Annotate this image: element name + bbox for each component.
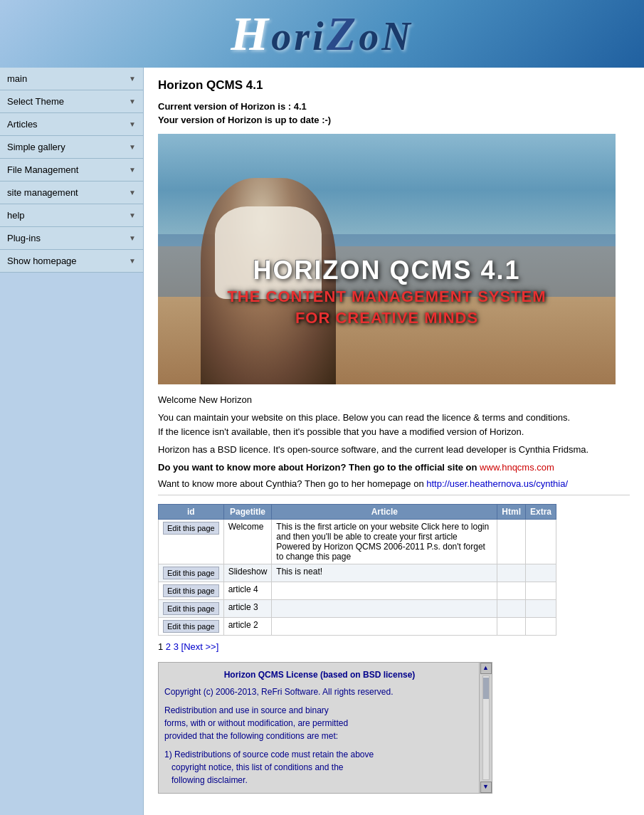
hero-image: HORIZON QCMS 4.1 THE CONTENT MANAGEMENT … — [158, 134, 616, 384]
table-row: Edit this page article 4 — [159, 582, 556, 600]
logo-on: oN — [359, 14, 413, 58]
license-para-3: 1) Redistributions of source code must r… — [164, 748, 475, 787]
articles-table: id Pagetitle Article Html Extra Edit thi… — [158, 504, 556, 636]
cell-article: This is neat! — [272, 564, 497, 582]
sidebar-label-simple-gallery: Simple gallery — [7, 142, 65, 152]
col-article: Article — [272, 505, 497, 520]
sidebar-item-file-management[interactable]: File Management ▼ — [0, 159, 143, 182]
license-box: Horizon QCMS License (based on BSD licen… — [158, 662, 492, 794]
page-2-link[interactable]: 2 — [166, 641, 171, 652]
sidebar-item-site-management[interactable]: site management ▼ — [0, 182, 143, 204]
edit-button[interactable]: Edit this page — [163, 584, 219, 597]
edit-button[interactable]: Edit this page — [163, 567, 219, 579]
divider — [158, 495, 630, 495]
link-section-2: Want to know more about Cynthia? Then go… — [158, 478, 630, 489]
sidebar-item-articles[interactable]: Articles ▼ — [0, 113, 143, 136]
cell-extra — [525, 520, 556, 564]
col-extra: Extra — [525, 505, 556, 520]
edit-button[interactable]: Edit this page — [163, 620, 219, 633]
sidebar-label-main: main — [7, 73, 27, 84]
cell-html — [497, 520, 526, 564]
table-row: Edit this page Slideshow This is neat! — [159, 564, 556, 582]
logo-z: Z — [327, 6, 359, 61]
cell-html — [497, 600, 526, 618]
cell-extra — [525, 582, 556, 600]
cell-html — [497, 618, 526, 636]
cell-pagetitle: Slideshow — [223, 564, 272, 582]
license-para-2: Redistribution and use in source and bin… — [164, 704, 475, 742]
table-row: Edit this page article 2 — [159, 618, 556, 636]
chevron-down-icon: ▼ — [129, 143, 136, 151]
sidebar-item-show-homepage[interactable]: Show homepage ▼ — [0, 250, 143, 273]
sidebar-label-site-management: site management — [7, 187, 78, 198]
logo-orizon: ori — [271, 14, 326, 58]
sidebar: main ▼ Select Theme ▼ Articles ▼ Simple … — [0, 68, 144, 815]
license-title: Horizon QCMS License (based on BSD licen… — [164, 668, 475, 681]
sidebar-label-articles: Articles — [7, 119, 38, 130]
cell-extra — [525, 564, 556, 582]
page-next-link[interactable]: [Next >>] — [181, 641, 219, 652]
cell-pagetitle: article 4 — [223, 582, 272, 600]
col-html: Html — [497, 505, 526, 520]
cell-article: This is the first article on your websit… — [272, 520, 497, 564]
table-row: Edit this page article 3 — [159, 600, 556, 618]
sidebar-item-select-theme[interactable]: Select Theme ▼ — [0, 90, 143, 113]
cell-id: Edit this page — [159, 618, 224, 636]
sidebar-item-main[interactable]: main ▼ — [0, 68, 143, 90]
hero-subtitle-line1: THE CONTENT MANAGEMENT SYSTEM — [158, 288, 616, 306]
col-pagetitle: Pagetitle — [223, 505, 272, 520]
edit-button[interactable]: Edit this page — [163, 522, 219, 535]
cell-extra — [525, 600, 556, 618]
edit-button[interactable]: Edit this page — [163, 602, 219, 615]
hnqcms-link[interactable]: www.hnqcms.com — [480, 462, 554, 473]
sidebar-label-file-management: File Management — [7, 164, 78, 175]
cell-pagetitle: Welcome — [223, 520, 272, 564]
cell-html — [497, 582, 526, 600]
site-logo: HoriZoN — [231, 6, 413, 62]
license-para-1: Copyright (c) 2006-2013, ReFri Software.… — [164, 685, 475, 698]
hero-title: HORIZON QCMS 4.1 — [158, 256, 616, 285]
cell-extra — [525, 618, 556, 636]
chevron-down-icon: ▼ — [129, 75, 136, 83]
welcome-heading: Welcome New Horizon — [158, 394, 630, 405]
cell-id: Edit this page — [159, 520, 224, 564]
page-title: Horizon QCMS 4.1 — [158, 78, 630, 93]
chevron-down-icon: ▼ — [129, 120, 136, 128]
chevron-down-icon: ▼ — [129, 189, 136, 196]
hero-subtitle-line2: FOR CREATIVE MINDS — [158, 309, 616, 327]
sidebar-item-plug-ins[interactable]: Plug-ins ▼ — [0, 227, 143, 250]
cynthia-link[interactable]: http://user.heathernova.us/cynthia/ — [426, 478, 568, 489]
sidebar-item-simple-gallery[interactable]: Simple gallery ▼ — [0, 136, 143, 159]
page-layout: main ▼ Select Theme ▼ Articles ▼ Simple … — [0, 68, 644, 815]
cell-id: Edit this page — [159, 564, 224, 582]
chevron-down-icon: ▼ — [129, 98, 136, 105]
page-current: 1 — [158, 641, 166, 652]
chevron-down-icon: ▼ — [129, 211, 136, 219]
link-section-1-prefix: Do you want to know more about Horizon? … — [158, 462, 480, 473]
cell-pagetitle: article 2 — [223, 618, 272, 636]
cell-article — [272, 618, 497, 636]
cell-html — [497, 564, 526, 582]
scroll-thumb[interactable] — [483, 678, 489, 699]
chevron-down-icon: ▼ — [129, 234, 136, 242]
license-scrollbar: ▲ ▼ — [479, 663, 492, 793]
scroll-up-button[interactable]: ▲ — [480, 663, 492, 674]
chevron-down-icon: ▼ — [129, 257, 136, 265]
sidebar-label-plug-ins: Plug-ins — [7, 233, 41, 243]
sidebar-item-help[interactable]: help ▼ — [0, 204, 143, 227]
cell-pagetitle: article 3 — [223, 600, 272, 618]
col-id: id — [159, 505, 224, 520]
hero-text-overlay: HORIZON QCMS 4.1 THE CONTENT MANAGEMENT … — [158, 256, 616, 327]
scroll-track — [482, 675, 490, 780]
scroll-down-button[interactable]: ▼ — [480, 782, 492, 793]
page-3-link[interactable]: 3 — [174, 641, 179, 652]
sidebar-label-select-theme: Select Theme — [7, 96, 64, 107]
sidebar-label-show-homepage: Show homepage — [7, 256, 77, 266]
version-label: Current version of Horizon is : 4.1 — [158, 101, 307, 112]
sidebar-label-help: help — [7, 210, 25, 221]
cell-article — [272, 582, 497, 600]
version-info: Current version of Horizon is : 4.1 — [158, 101, 630, 112]
cell-article — [272, 600, 497, 618]
up-to-date: Your version of Horizon is up to date :-… — [158, 115, 630, 125]
site-header: HoriZoN — [0, 0, 644, 68]
